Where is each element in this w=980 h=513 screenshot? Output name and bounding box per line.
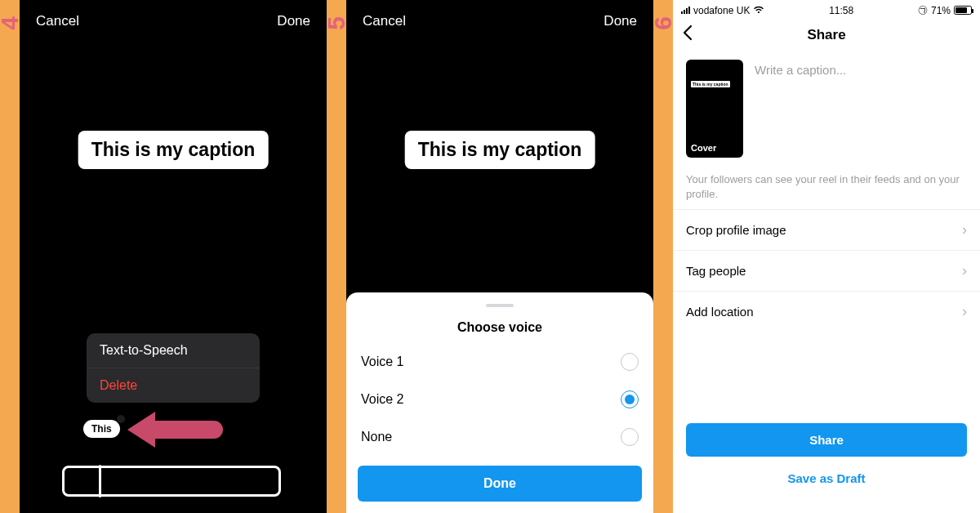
menu-item-tts[interactable]: Text-to-Speech: [87, 333, 260, 368]
panel-tts-menu: Cancel Done This is my caption Text-to-S…: [20, 0, 327, 513]
page-title: Share: [807, 27, 845, 43]
share-navbar: Share: [673, 19, 980, 51]
wifi-icon: [753, 5, 764, 16]
back-button[interactable]: [681, 25, 693, 46]
timeline-playhead[interactable]: [99, 465, 101, 497]
thumbnail-caption: This is my caption: [691, 81, 730, 87]
chevron-right-icon: ›: [962, 262, 967, 279]
share-button[interactable]: Share: [686, 423, 967, 457]
chevron-right-icon: ›: [962, 303, 967, 320]
alarm-icon: ㉠: [918, 3, 928, 17]
status-bar: vodafone UK 11:58 ㉠ 71%: [673, 0, 980, 19]
sheet-grabber[interactable]: [486, 304, 514, 307]
row-label: Crop profile image: [686, 223, 786, 237]
sheet-title: Choose voice: [346, 315, 653, 343]
caption-text[interactable]: This is my caption: [405, 131, 595, 169]
row-label: Tag people: [686, 264, 746, 278]
battery-percent: 71%: [931, 5, 951, 16]
caption-input[interactable]: Write a caption...: [755, 60, 967, 158]
cancel-button[interactable]: Cancel: [36, 13, 79, 29]
radio-selected-icon[interactable]: [621, 390, 639, 408]
voice-option-1[interactable]: Voice 1: [346, 343, 653, 381]
voice-option-2[interactable]: Voice 2: [346, 381, 653, 418]
done-button[interactable]: Done: [604, 13, 637, 29]
sheet-done-button[interactable]: Done: [358, 466, 642, 502]
text-context-menu: Text-to-Speech Delete: [87, 333, 260, 403]
cover-label: Cover: [691, 143, 738, 153]
carrier-label: vodafone UK: [693, 5, 750, 16]
voice-option-none[interactable]: None: [346, 418, 653, 456]
voice-sheet: Choose voice Voice 1 Voice 2 None Done: [346, 292, 653, 513]
text-chip[interactable]: This: [83, 420, 120, 438]
caption-text[interactable]: This is my caption: [78, 131, 269, 169]
radio-unselected-icon[interactable]: [621, 428, 639, 446]
panel-choose-voice: Cancel Done This is my caption Choose vo…: [346, 0, 653, 513]
voice-option-label: None: [361, 430, 392, 444]
save-draft-button[interactable]: Save as Draft: [686, 462, 967, 495]
row-tag-people[interactable]: Tag people ›: [673, 250, 980, 291]
video-timeline[interactable]: [62, 466, 281, 497]
row-label: Add location: [686, 305, 754, 319]
status-time: 11:58: [829, 5, 853, 16]
row-crop-profile[interactable]: Crop profile image ›: [673, 209, 980, 250]
cancel-button[interactable]: Cancel: [363, 13, 406, 29]
done-button[interactable]: Done: [277, 13, 310, 29]
battery-icon: [954, 6, 972, 15]
tutorial-arrow-icon: [118, 405, 224, 457]
row-add-location[interactable]: Add location ›: [673, 291, 980, 332]
voice-option-label: Voice 1: [361, 355, 403, 369]
signal-icon: [681, 7, 690, 14]
reel-cover-thumbnail[interactable]: This is my caption Cover: [686, 60, 743, 158]
panel-share: vodafone UK 11:58 ㉠ 71% Share This is my…: [673, 0, 980, 513]
radio-unselected-icon[interactable]: [621, 353, 639, 371]
menu-item-delete[interactable]: Delete: [87, 368, 260, 403]
chevron-right-icon: ›: [962, 221, 967, 239]
visibility-hint: Your followers can see your reel in thei…: [673, 166, 980, 209]
voice-option-label: Voice 2: [361, 392, 403, 407]
